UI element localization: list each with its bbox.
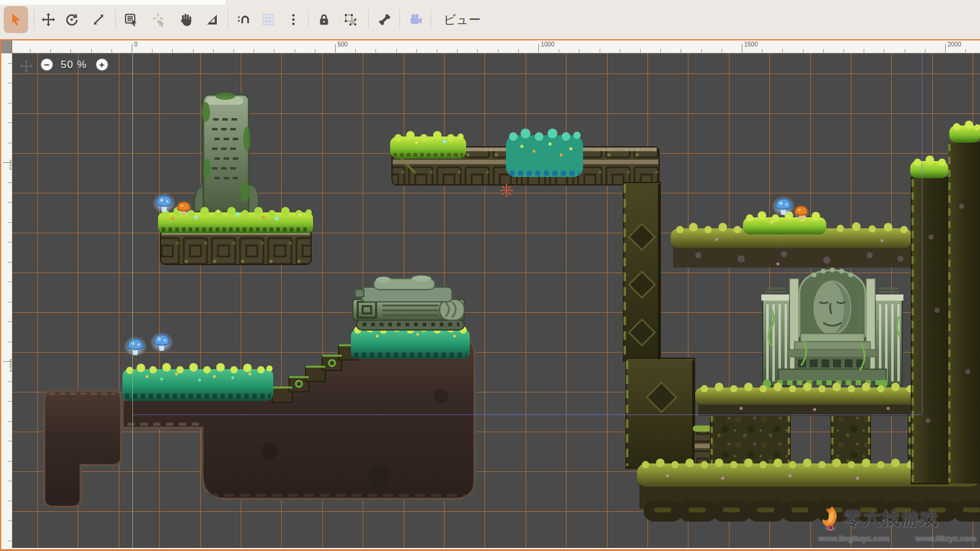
vertical-ruler[interactable]: 5001000 <box>1 53 12 549</box>
ruler-corner[interactable] <box>1 40 12 53</box>
rotate-tool-button[interactable] <box>59 6 84 33</box>
mushroom-orange[interactable] <box>175 200 192 216</box>
watermark-url-right: www.06zyx.com <box>916 534 976 543</box>
watermark-flame-icon <box>817 505 844 533</box>
guide-horizontal <box>132 414 922 415</box>
ruler-tick <box>620 49 620 53</box>
ungroup-object-button[interactable] <box>338 6 363 33</box>
select-tool-button[interactable] <box>4 6 28 33</box>
snap-position-tool-button[interactable] <box>147 6 172 33</box>
pan-tool-button[interactable] <box>173 6 197 33</box>
node-origin-marker <box>499 183 514 198</box>
ruler-tick <box>335 44 336 53</box>
ruler-tick <box>437 49 437 53</box>
below-statue-platform[interactable] <box>695 383 922 416</box>
ruler-tick <box>152 49 153 53</box>
ruler-tick <box>722 49 722 53</box>
ruler-tick <box>538 44 539 53</box>
ruler-tick <box>680 49 681 53</box>
ruler-tick <box>457 49 458 53</box>
level-artwork <box>12 53 980 548</box>
hand-pan-icon <box>177 12 193 28</box>
ruler-tick <box>50 49 51 53</box>
watermark-url-left: www.lingliuyx.com <box>818 534 890 543</box>
ruler-tick <box>600 49 600 53</box>
ruler-tick <box>70 49 71 53</box>
ruler-tick <box>8 421 12 422</box>
camera-override-button[interactable] <box>404 6 428 33</box>
y-axis-line <box>132 53 133 548</box>
ruler-tick <box>8 342 12 342</box>
glow-mushroom-blue[interactable] <box>153 193 176 214</box>
ruler-tick <box>233 49 234 53</box>
ruler-tick <box>8 182 12 183</box>
descending-column[interactable] <box>624 182 695 468</box>
ruler-tick <box>8 541 12 541</box>
watermark-title: 零六找游戏 <box>844 507 939 531</box>
scene-viewport: 0500100015002000 5001000 <box>0 39 980 551</box>
ruler-tick <box>8 83 12 83</box>
grid-snap-icon <box>260 12 276 28</box>
ruler-label: 2000 <box>948 41 961 48</box>
ruler-label: 1000 <box>541 41 554 48</box>
glow-mushroom-blue[interactable] <box>150 332 173 353</box>
zoom-percent-label[interactable]: 50 % <box>61 59 87 71</box>
snap-options-menu-button[interactable] <box>281 6 306 33</box>
grid-snap-button[interactable] <box>256 6 281 33</box>
ruler-label: 1500 <box>744 41 758 48</box>
toolbar-separator <box>368 10 369 29</box>
toolbar-separator <box>115 10 116 29</box>
cave-mass[interactable] <box>123 340 475 499</box>
plus-icon: + <box>99 60 105 69</box>
grass-mound[interactable] <box>390 131 466 159</box>
ruler-tick <box>295 49 295 53</box>
select-arrow-icon <box>8 12 24 28</box>
scene-canvas[interactable]: − 50 % + 零六找游戏 www.l <box>12 53 980 548</box>
ruler-tick <box>213 49 214 53</box>
mossy-monolith[interactable] <box>202 92 251 215</box>
stone-face-statue[interactable] <box>761 268 903 389</box>
lock-object-button[interactable] <box>312 6 336 33</box>
move-tool-button[interactable] <box>36 6 61 33</box>
ruler-tick <box>8 282 12 282</box>
zoom-controls: − 50 % + <box>40 58 108 71</box>
ruler-tick <box>8 520 12 521</box>
scale-tool-button[interactable] <box>86 6 111 33</box>
ruler-tick <box>701 49 702 53</box>
glow-mushroom-blue[interactable] <box>124 336 147 357</box>
ruler-tick <box>660 49 661 53</box>
ruler-tick <box>8 481 12 481</box>
teal-grass-platform-left[interactable] <box>123 363 273 401</box>
ruler-tick <box>8 143 12 143</box>
mushroom-orange[interactable] <box>793 204 810 220</box>
ruler-tick <box>8 202 12 203</box>
snap-position-icon <box>151 12 167 28</box>
ruler-tick <box>8 381 12 382</box>
glow-mushroom-blue[interactable] <box>772 196 795 217</box>
ruler-tick <box>8 63 12 64</box>
ruler-tick <box>30 49 31 53</box>
bone-tool-button[interactable] <box>372 6 397 33</box>
ruler-tool-button[interactable] <box>200 6 224 33</box>
right-wall[interactable] <box>910 121 980 484</box>
ruler-tick <box>925 49 925 53</box>
ruler-tick <box>91 49 92 53</box>
smart-snap-button[interactable] <box>231 6 255 33</box>
toolbar-separator <box>228 10 228 29</box>
zoom-out-button[interactable]: − <box>40 58 53 71</box>
ruler-tick <box>8 103 12 103</box>
stone-tank-ruin[interactable] <box>353 276 464 330</box>
tab-strip <box>0 0 227 5</box>
ruler-tick <box>640 49 641 53</box>
view-menu-button[interactable]: ビュー <box>439 9 486 31</box>
horizontal-ruler[interactable]: 0500100015002000 <box>12 40 980 53</box>
list-select-tool-button[interactable] <box>119 6 143 33</box>
scale-icon <box>91 12 107 28</box>
ruler-tick <box>965 49 966 53</box>
rotate-icon <box>64 12 80 28</box>
list-select-icon <box>123 12 139 28</box>
teal-bush[interactable] <box>506 129 583 177</box>
zoom-in-button[interactable]: + <box>96 58 108 71</box>
left-bracket-rock[interactable] <box>44 391 121 507</box>
lock-icon <box>316 12 332 28</box>
